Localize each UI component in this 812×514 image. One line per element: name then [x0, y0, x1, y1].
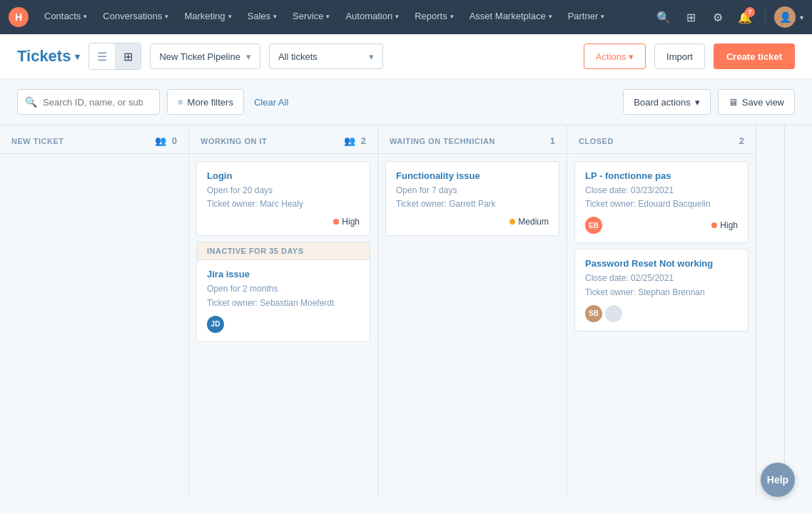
ticket-footer-login: High [207, 217, 360, 227]
ticket-title-lp: LP - fonctionne pas [585, 170, 738, 181]
ticket-meta-password-reset: Close date: 02/25/2021 Ticket owner: Ste… [585, 272, 738, 299]
search-icon: 🔍 [25, 96, 37, 108]
priority-dot-medium [509, 219, 515, 225]
board-view-button[interactable]: ⊞ [115, 43, 141, 69]
hubspot-logo[interactable]: H [9, 7, 29, 27]
list-view-button[interactable]: ☰ [89, 43, 115, 69]
ticket-card-login[interactable]: Login Open for 20 days Ticket owner: Mar… [196, 161, 370, 236]
ticket-title-jira: Jira issue [207, 269, 360, 279]
ticket-title-login: Login [207, 170, 360, 181]
column-new-ticket: NEW TICKET 👥 0 [0, 125, 189, 497]
column-header-working-on-it: WORKING ON IT 👥 2 [189, 125, 377, 154]
priority-dot-high [333, 219, 339, 225]
filter-bar: 🔍 ≡ More filters Clear All Board actions… [0, 79, 812, 125]
save-view-button[interactable]: 🖥 Save view [718, 89, 795, 115]
reports-caret-icon: ▾ [450, 13, 454, 20]
search-input[interactable] [43, 97, 143, 108]
ticket-group-jira: INACTIVE FOR 35 DAYS Jira issue Open for… [196, 242, 370, 341]
page-title[interactable]: Tickets ▾ [17, 47, 80, 66]
column-closed: CLOSED 2 LP - fonctionne pas Close date:… [567, 125, 756, 497]
ticket-meta-login: Open for 20 days Ticket owner: Marc Heal… [207, 184, 360, 211]
column-body-working-on-it: Login Open for 20 days Ticket owner: Mar… [189, 154, 377, 497]
marketing-caret-icon: ▾ [228, 13, 232, 20]
filter-caret-icon: ▾ [369, 51, 374, 62]
settings-icon-btn[interactable]: ⚙ [706, 6, 729, 29]
search-box[interactable]: 🔍 [17, 89, 160, 115]
ticket-card-lp[interactable]: LP - fonctionne pas Close date: 03/23/20… [574, 161, 748, 243]
pipeline-selector[interactable]: New Ticket Pipeline ▾ [150, 43, 260, 69]
search-icon-btn[interactable]: 🔍 [652, 6, 675, 29]
avatar-eb: EB [585, 217, 602, 234]
user-menu-caret-icon[interactable]: ▾ [800, 14, 803, 21]
nav-asset-marketplace[interactable]: Asset Marketplace ▾ [462, 0, 559, 34]
nav-icon-group: 🔍 ⊞ ⚙ 🔔 7 👤 ▾ [652, 6, 803, 29]
nav-reports[interactable]: Reports ▾ [407, 0, 461, 34]
ticket-avatar-group-jira: JD [207, 316, 224, 333]
column-body-waiting: Functionality issue Open for 7 days Tick… [378, 154, 567, 497]
column-working-on-it: WORKING ON IT 👥 2 Login Open for 20 days… [189, 125, 378, 497]
ticket-footer-lp: EB High [585, 217, 738, 234]
ticket-meta-jira: Open for 2 months Ticket owner: Sebastia… [207, 282, 360, 309]
notifications-icon-btn[interactable]: 🔔 7 [734, 6, 756, 29]
save-view-icon: 🖥 [729, 97, 738, 108]
grid-icon-btn[interactable]: ⊞ [679, 6, 702, 29]
service-caret-icon: ▾ [326, 13, 330, 20]
ticket-avatar-group-password-reset: SB [585, 305, 622, 322]
priority-dot-high-lp [711, 222, 717, 228]
column-body-closed: LP - fonctionne pas Close date: 03/23/20… [567, 154, 756, 497]
filter-icon: ≡ [178, 97, 183, 108]
nav-contacts[interactable]: Contacts ▾ [37, 0, 94, 34]
board-actions-button[interactable]: Board actions ▾ [623, 89, 711, 115]
pipeline-caret-icon: ▾ [246, 51, 251, 62]
actions-caret-icon: ▾ [629, 51, 634, 62]
column-header-new-ticket: NEW TICKET 👥 0 [0, 125, 188, 154]
nav-service[interactable]: Service ▾ [285, 0, 337, 34]
ticket-card-jira[interactable]: Jira issue Open for 2 months Ticket owne… [196, 259, 370, 341]
avatar-jd: JD [207, 316, 224, 333]
conversations-caret-icon: ▾ [165, 13, 168, 20]
column-header-waiting: WAITING ON TECHNICIAN 1 [378, 125, 567, 154]
nav-automation[interactable]: Automation ▾ [338, 0, 406, 34]
ticket-meta-lp: Close date: 03/23/2021 Ticket owner: Edo… [585, 184, 738, 211]
clear-all-button[interactable]: Clear All [251, 97, 291, 108]
ticket-footer-password-reset: SB [585, 305, 738, 322]
avatar-sb: SB [585, 305, 602, 322]
ticket-card-functionality[interactable]: Functionality issue Open for 7 days Tick… [385, 161, 559, 236]
column-overflow-edge [756, 125, 785, 497]
nav-conversations[interactable]: Conversations ▾ [96, 0, 176, 34]
column-waiting-on-technician: WAITING ON TECHNICIAN 1 Functionality is… [378, 125, 567, 497]
inactive-banner-jira: INACTIVE FOR 35 DAYS [196, 242, 370, 259]
view-toggle: ☰ ⊞ [88, 43, 141, 70]
import-button[interactable]: Import [654, 43, 705, 69]
more-filters-button[interactable]: ≡ More filters [167, 89, 244, 115]
ticket-avatar-group-lp: EB [585, 217, 602, 234]
ticket-board: NEW TICKET 👥 0 WORKING ON IT 👥 2 Login O… [0, 125, 812, 497]
asset-marketplace-caret-icon: ▾ [549, 13, 552, 20]
partner-caret-icon: ▾ [601, 13, 604, 20]
nav-sales[interactable]: Sales ▾ [240, 0, 285, 34]
priority-badge-functionality: Medium [509, 217, 549, 227]
user-avatar[interactable]: 👤 [774, 6, 796, 28]
board-actions-caret-icon: ▾ [695, 97, 700, 108]
column-body-new-ticket [0, 154, 188, 497]
actions-button[interactable]: Actions ▾ [584, 43, 646, 69]
ticket-card-password-reset[interactable]: Password Reset Not working Close date: 0… [574, 249, 748, 331]
priority-badge-lp: High [711, 220, 738, 230]
nav-partner[interactable]: Partner ▾ [561, 0, 612, 34]
column-header-closed: CLOSED 2 [567, 125, 756, 154]
priority-badge-login: High [333, 217, 360, 227]
ticket-title-functionality: Functionality issue [396, 170, 549, 181]
create-ticket-button[interactable]: Create ticket [714, 43, 795, 69]
automation-caret-icon: ▾ [395, 13, 399, 20]
column-count-icon-working-on-it: 👥 [344, 135, 355, 146]
notification-badge: 7 [745, 7, 755, 17]
sales-caret-icon: ▾ [273, 13, 277, 20]
avatar-extra [605, 305, 622, 322]
column-count-icon-new-ticket: 👥 [155, 135, 166, 146]
nav-marketing[interactable]: Marketing ▾ [177, 0, 238, 34]
help-button[interactable]: Help [761, 463, 795, 497]
ticket-meta-functionality: Open for 7 days Ticket owner: Garrett Pa… [396, 184, 549, 211]
top-navigation: H Contacts ▾ Conversations ▾ Marketing ▾… [0, 0, 812, 34]
contacts-caret-icon: ▾ [83, 13, 87, 20]
filter-selector[interactable]: All tickets ▾ [269, 43, 383, 69]
